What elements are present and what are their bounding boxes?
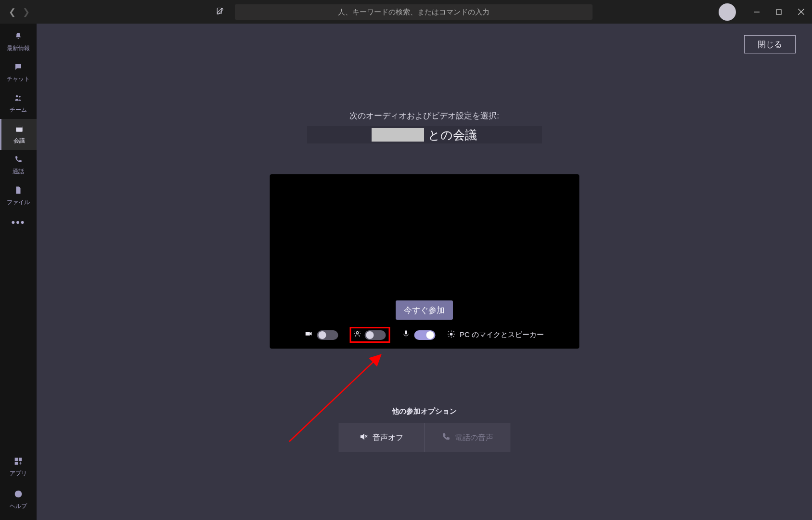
audio-off-option[interactable]: 音声オフ <box>338 423 425 452</box>
calendar-icon <box>15 124 24 135</box>
prejoin-controls: PC のマイクとスピーカー <box>270 327 579 343</box>
rail-files-label: ファイル <box>7 198 30 207</box>
rail-teams-label: チーム <box>10 106 27 114</box>
window-controls <box>719 0 812 24</box>
phone-audio-option[interactable]: 電話の音声 <box>425 423 510 452</box>
rail-chat[interactable]: チャット <box>0 57 37 88</box>
rail-apps-label: アプリ <box>10 469 27 478</box>
apps-icon <box>14 457 23 468</box>
rail-help[interactable]: ヘルプ <box>0 484 37 515</box>
mic-control <box>402 329 436 340</box>
teams-icon <box>14 93 23 104</box>
search-input[interactable]: 人、キーワードの検索、またはコマンドの入力 <box>235 4 593 20</box>
rail-meetings[interactable]: 会議 <box>0 119 37 150</box>
svg-rect-9 <box>16 126 23 127</box>
audio-off-label: 音声オフ <box>373 433 403 443</box>
gear-icon <box>447 330 456 340</box>
back-button[interactable]: ❮ <box>9 8 16 16</box>
rail-help-label: ヘルプ <box>10 502 27 510</box>
svg-rect-14 <box>15 462 17 464</box>
rail-teams[interactable]: チーム <box>0 88 37 119</box>
rail-calls-label: 通話 <box>13 168 24 176</box>
meeting-title-row: との会議 <box>307 126 542 143</box>
minimize-button[interactable] <box>746 0 768 24</box>
annotation-highlight-box <box>350 327 390 343</box>
close-button[interactable]: 閉じる <box>744 35 796 53</box>
svg-point-18 <box>355 331 356 332</box>
svg-rect-22 <box>405 330 408 334</box>
title-bar: ❮ ❯ 人、キーワードの検索、またはコマンドの入力 <box>0 0 812 24</box>
rail-chat-label: チャット <box>7 75 30 83</box>
svg-rect-12 <box>15 458 17 460</box>
prejoin-instruction: 次のオーディオおよびビデオ設定を選択: <box>349 110 499 121</box>
mic-icon <box>402 329 411 340</box>
other-options-title: 他の参加オプション <box>392 407 457 416</box>
svg-point-20 <box>354 333 355 334</box>
svg-point-21 <box>360 333 361 334</box>
maximize-button[interactable] <box>768 0 790 24</box>
other-options-row: 音声オフ 電話の音声 <box>338 423 510 452</box>
meeting-with-label: との会議 <box>428 127 477 143</box>
app-rail: 最新情報 チャット チーム 会議 <box>0 24 37 520</box>
device-settings-label: PC のマイクとスピーカー <box>460 330 544 339</box>
phone-audio-icon <box>441 432 450 443</box>
profile-avatar[interactable] <box>719 3 736 21</box>
nav-arrows: ❮ ❯ <box>0 8 30 16</box>
meeting-organizer-redacted <box>372 128 424 142</box>
device-settings-button[interactable]: PC のマイクとスピーカー <box>447 330 544 340</box>
svg-point-19 <box>360 331 361 332</box>
forward-button[interactable]: ❯ <box>23 8 30 16</box>
bell-icon <box>14 32 23 42</box>
app-window: ❮ ❯ 人、キーワードの検索、またはコマンドの入力 <box>0 0 812 520</box>
camera-icon <box>305 329 313 340</box>
phone-icon <box>14 155 23 166</box>
rail-meetings-label: 会議 <box>13 137 25 145</box>
blur-toggle[interactable] <box>365 330 386 340</box>
svg-point-7 <box>19 96 20 97</box>
rail-files[interactable]: ファイル <box>0 181 37 211</box>
join-now-button[interactable]: 今すぐ参加 <box>396 300 453 320</box>
phone-audio-label: 電話の音声 <box>455 433 493 443</box>
video-preview: 今すぐ参加 <box>270 174 579 349</box>
rail-apps[interactable]: アプリ <box>0 452 37 482</box>
prejoin-panel: 閉じる 次のオーディオおよびビデオ設定を選択: との会議 今すぐ参加 <box>37 24 812 520</box>
svg-point-24 <box>451 333 453 336</box>
mic-toggle[interactable] <box>414 330 436 340</box>
help-icon <box>14 490 23 500</box>
rail-more-button[interactable]: ••• <box>11 216 25 229</box>
rail-calls[interactable]: 通話 <box>0 150 37 181</box>
svg-rect-3 <box>776 10 781 14</box>
svg-point-16 <box>18 495 18 496</box>
speaker-off-icon <box>359 432 368 443</box>
file-icon <box>14 186 23 196</box>
svg-point-17 <box>357 332 359 334</box>
rail-activity-label: 最新情報 <box>7 44 30 52</box>
compose-button[interactable] <box>216 6 225 17</box>
camera-toggle[interactable] <box>317 330 338 340</box>
close-window-button[interactable] <box>790 0 812 24</box>
chat-icon <box>14 63 23 73</box>
svg-rect-13 <box>19 458 22 460</box>
rail-activity[interactable]: 最新情報 <box>0 26 37 57</box>
background-blur-icon <box>353 329 362 340</box>
svg-point-6 <box>16 95 18 97</box>
camera-control <box>305 329 338 340</box>
